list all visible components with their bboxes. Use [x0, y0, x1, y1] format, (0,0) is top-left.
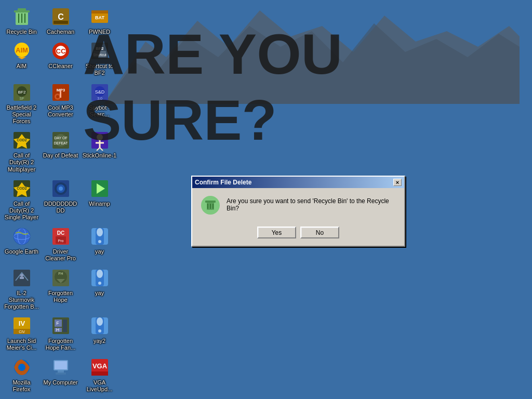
svg-rect-96 — [58, 370, 64, 373]
yay2-label: yay — [95, 290, 104, 297]
aim-icon: AIM — [11, 41, 32, 61]
svg-text:DAY OF: DAY OF — [54, 136, 67, 140]
svg-rect-97 — [56, 373, 66, 375]
desktop-icon-il2[interactable]: IL-2 Sturmovik Forgotten B... — [2, 265, 41, 313]
svg-point-77 — [98, 282, 101, 285]
vga-icon: VGA — [89, 357, 110, 378]
driver-cleaner-label: Driver Cleaner Pro — [43, 248, 79, 262]
fhfan-label: Forgotten Hope Fan... — [43, 338, 79, 351]
recycle-bin-icon — [11, 6, 32, 27]
cacheman-label: Cacheman — [47, 29, 74, 35]
forgotten-hope-icon: FH — [50, 268, 71, 288]
svg-text:H: H — [56, 327, 59, 332]
svg-rect-112 — [205, 201, 216, 203]
il2-label: IL-2 Sturmovik Forgotten B... — [4, 290, 40, 311]
google-earth-label: Google Earth — [5, 248, 38, 255]
desktop-icon-yay3[interactable]: yay2 — [80, 313, 119, 353]
svg-point-30 — [56, 95, 59, 98]
desktop-icon-civ[interactable]: IV CIV Launch Sid Meier's Ci... — [2, 313, 41, 353]
desktop-icon-vga-liveupd[interactable]: VGA VGA LiveUpd... — [80, 355, 119, 395]
desktop-icon-winamp[interactable]: Winamp — [80, 176, 119, 223]
vga-label: VGA LiveUpd... — [82, 379, 118, 393]
forgotten-hope-label: Forgotten Hope — [43, 290, 79, 303]
desktop-icon-driver-cleaner[interactable]: DC Pro Driver Cleaner Pro — [41, 224, 80, 264]
steam-label: DDDDDDDDDD — [43, 201, 79, 214]
svg-point-89 — [97, 317, 103, 326]
svg-text:VGA: VGA — [92, 362, 107, 370]
desktop-icon-cool-mp3[interactable]: MP3 Cool MP3 Converter — [41, 80, 80, 127]
desktop-icon-mozilla-firefox[interactable]: Mozilla Firefox — [2, 355, 41, 395]
desktop-icon-yay2[interactable]: yay — [80, 265, 119, 313]
yay3-icon — [89, 315, 110, 336]
desktop-icon-my-computer[interactable]: My Computer — [41, 355, 80, 395]
desktop-icon-forgotten-hope[interactable]: FH Forgotten Hope — [41, 265, 80, 313]
svg-point-76 — [97, 270, 103, 278]
firefox-icon — [11, 357, 32, 378]
no-button[interactable]: No — [300, 227, 339, 238]
desktop-icon-extra1[interactable] — [41, 396, 80, 399]
dialog-buttons: Yes No — [192, 222, 404, 246]
svg-text:DC: DC — [57, 230, 64, 236]
recycle-bin-label: Recycle Bin — [6, 29, 36, 35]
svg-text:COD2: COD2 — [17, 138, 27, 142]
day-of-defeat-icon: DAY OF DEFEAT — [50, 130, 71, 151]
day-of-defeat-label: Day of Defeat — [43, 152, 78, 159]
desktop-icon-recycle-bin[interactable]: Recycle Bin — [2, 4, 41, 37]
svg-point-71 — [20, 274, 23, 277]
svg-text:COD2: COD2 — [17, 187, 27, 190]
dialog-title: Confirm File Delete — [195, 179, 251, 186]
desktop-icon-google-earth[interactable]: Google Earth — [2, 224, 41, 264]
svg-rect-95 — [55, 361, 67, 369]
cool-mp3-label: Cool MP3 Converter — [43, 104, 79, 118]
svg-text:IV: IV — [18, 320, 25, 327]
svg-rect-13 — [91, 10, 108, 14]
svg-point-68 — [98, 240, 101, 243]
svg-text:FH: FH — [58, 272, 63, 275]
google-earth-icon — [11, 226, 32, 247]
desktop-icon-yay1[interactable]: yay — [80, 224, 119, 264]
svg-point-55 — [59, 187, 63, 191]
svg-text:AIM: AIM — [16, 46, 28, 54]
svg-rect-31 — [60, 90, 61, 98]
cool-mp3-icon: MP3 — [50, 82, 71, 103]
svg-rect-100 — [91, 371, 108, 376]
civ-icon: IV CIV — [11, 315, 32, 336]
il2-icon — [11, 268, 32, 288]
svg-rect-10 — [54, 21, 68, 24]
desktop-icon-cod2-single[interactable]: COD2 Call of Duty(R) 2 Single Player — [2, 176, 41, 223]
firefox-label: Mozilla Firefox — [4, 379, 40, 393]
svg-text:Pro: Pro — [58, 239, 63, 243]
svg-point-90 — [98, 329, 101, 332]
dialog-close-button[interactable]: × — [393, 179, 402, 186]
svg-point-67 — [97, 228, 103, 236]
big-text-label: ARE YOU SURE? — [83, 21, 532, 153]
yay1-label: yay — [95, 248, 104, 255]
desktop-icon-cacheman[interactable]: C Cacheman — [41, 4, 80, 37]
winamp-icon — [89, 178, 110, 199]
desktop-icon-bf2sf[interactable]: BF2 SF Battlefield 2 Special Forces — [2, 80, 41, 127]
desktop-icon-fhfan[interactable]: F H Forgotten Hope Fan... — [41, 313, 80, 353]
desktop-icon-my-documents[interactable]: My Documents — [2, 396, 41, 399]
steam-icon — [50, 178, 71, 199]
civ-label: Launch Sid Meier's Ci... — [4, 338, 40, 351]
desktop-icon-extra2[interactable]: ⚙ — [80, 396, 119, 399]
driver-cleaner-icon: DC Pro — [50, 226, 71, 247]
desktop-icon-day-of-defeat[interactable]: DAY OF DEFEAT Day of Defeat — [41, 128, 80, 175]
desktop-icon-aim[interactable]: AIM AIM — [2, 38, 41, 78]
desktop-icon-steam[interactable]: DDDDDDDDDD — [41, 176, 80, 223]
dialog-body: Are you sure you want to send 'Recycle B… — [192, 188, 404, 222]
svg-text:SF: SF — [19, 97, 24, 100]
desktop-icon-cod2-multi[interactable]: COD2 Call of Duty(R) 2 Multiplayer — [2, 128, 41, 175]
svg-text:DEFEAT: DEFEAT — [54, 141, 68, 145]
svg-text:CC: CC — [56, 47, 65, 55]
cod2-single-icon: COD2 — [11, 178, 32, 199]
dialog-titlebar: Confirm File Delete × — [192, 177, 404, 188]
svg-point-93 — [18, 364, 25, 371]
desktop-icon-ccleaner[interactable]: CC CCleaner — [41, 38, 80, 78]
yes-button[interactable]: Yes — [257, 227, 296, 238]
confirm-delete-dialog: Confirm File Delete × Are you sure you w… — [191, 176, 405, 247]
svg-text:C: C — [58, 12, 64, 21]
svg-rect-84 — [63, 320, 67, 332]
yay3-label: yay2 — [94, 338, 105, 344]
my-computer-icon — [50, 357, 71, 378]
